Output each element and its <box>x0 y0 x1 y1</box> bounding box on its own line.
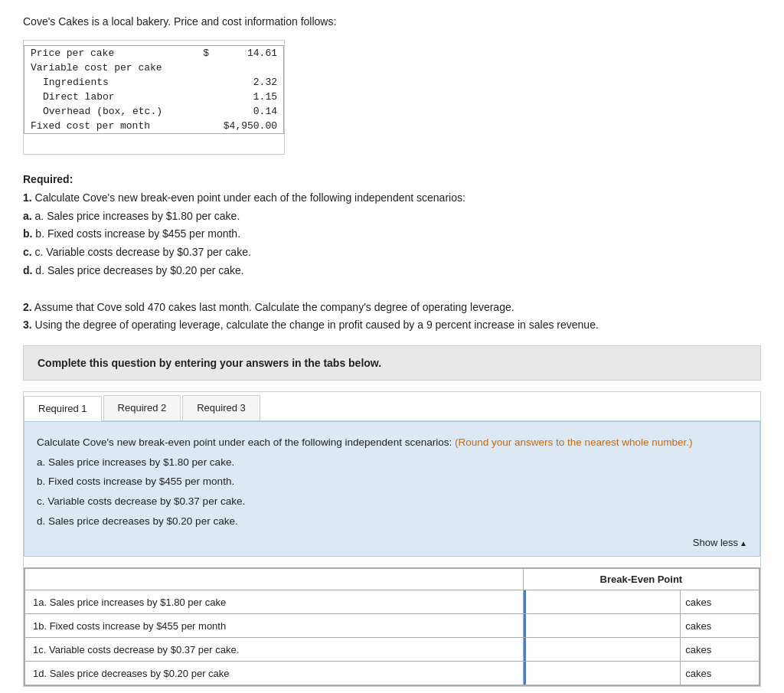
tabs-container: Required 1 Required 2 Required 3 Calcula… <box>23 391 761 687</box>
answer-input-1d[interactable] <box>524 662 681 685</box>
show-less-link[interactable]: Show less▲ <box>693 537 747 548</box>
required-section: Required: 1. Calculate Cove's new break-… <box>23 171 761 335</box>
unit-cell: cakes <box>681 638 760 662</box>
cost-value: 0.14 <box>216 104 284 119</box>
instruction-box: Complete this question by entering your … <box>23 345 761 381</box>
answer-table-wrapper: Break-Even Point 1a. Sales price increas… <box>24 567 760 686</box>
required-label: Required: <box>23 171 761 189</box>
tab-line-d: d. Sales price decreases by $0.20 per ca… <box>37 513 747 530</box>
answer-input-cell <box>523 662 681 685</box>
table-header-row: Break-Even Point <box>25 569 760 590</box>
cost-label: Variable cost per cake <box>24 60 198 75</box>
cost-value <box>216 60 284 75</box>
table-row: Direct labor 1.15 <box>24 90 284 104</box>
header-empty <box>25 569 524 590</box>
show-less[interactable]: Show less▲ <box>37 537 747 548</box>
cost-label: Ingredients <box>24 75 198 90</box>
required-item1: 1. Calculate Cove's new break-even point… <box>23 189 761 208</box>
cost-table-wrapper: Price per cake $ 14.61 Variable cost per… <box>23 40 285 155</box>
tab-required1[interactable]: Required 1 <box>24 396 102 421</box>
tab-required2[interactable]: Required 2 <box>103 395 181 420</box>
table-row: 1b. Fixed costs increase by $455 per mon… <box>25 614 760 638</box>
required-item3: 3. Using the degree of operating leverag… <box>23 316 761 335</box>
answer-input-cell <box>523 614 681 638</box>
required-item1d: d. d. Sales price decreases by $0.20 per… <box>23 262 761 280</box>
tab-line-c: c. Variable costs decrease by $0.37 per … <box>37 493 747 510</box>
answer-input-cell <box>523 590 681 614</box>
required-item1b: b. b. Fixed costs increase by $455 per m… <box>23 225 761 244</box>
unit-cell: cakes <box>681 662 760 685</box>
cost-label: Fixed cost per month <box>24 119 198 134</box>
cost-symbol: $ <box>197 46 215 61</box>
required-item1a: a. a. Sales price increases by $1.80 per… <box>23 208 761 226</box>
row-label: 1a. Sales price increases by $1.80 per c… <box>25 590 524 614</box>
tab-line-b: b. Fixed costs increase by $455 per mont… <box>37 473 747 490</box>
required-item2: 2. Assume that Cove sold 470 cakes last … <box>23 299 761 317</box>
table-row: Price per cake $ 14.61 <box>24 46 284 61</box>
tab-description: Calculate Cove's new break-even point un… <box>37 434 747 451</box>
row-label: 1d. Sales price decreases by $0.20 per c… <box>25 662 524 685</box>
cost-symbol <box>197 75 215 90</box>
answer-table: Break-Even Point 1a. Sales price increas… <box>24 568 760 685</box>
table-row: Ingredients 2.32 <box>24 75 284 90</box>
unit-cell: cakes <box>681 614 760 638</box>
required-item1c: c. c. Variable costs decrease by $0.37 p… <box>23 244 761 262</box>
cost-label: Direct labor <box>24 90 198 104</box>
cost-value: 14.61 <box>216 46 284 61</box>
table-row: Fixed cost per month $4,950.00 <box>24 119 284 134</box>
cost-value: 1.15 <box>216 90 284 104</box>
tab-content: Calculate Cove's new break-even point un… <box>24 421 760 557</box>
answer-input-1a[interactable] <box>524 590 681 613</box>
cost-label: Price per cake <box>24 46 198 61</box>
intro-text: Cove's Cakes is a local bakery. Price an… <box>23 15 761 28</box>
cost-label: Overhead (box, etc.) <box>24 104 198 119</box>
cost-value: 2.32 <box>216 75 284 90</box>
tab-required3[interactable]: Required 3 <box>182 395 260 420</box>
answer-input-1c[interactable] <box>524 638 681 661</box>
row-label: 1b. Fixed costs increase by $455 per mon… <box>25 614 524 638</box>
cost-symbol <box>197 119 215 134</box>
tab-line-a: a. Sales price increases by $1.80 per ca… <box>37 454 747 471</box>
tabs-header: Required 1 Required 2 Required 3 <box>24 392 760 421</box>
cost-symbol <box>197 60 215 75</box>
table-row: 1d. Sales price decreases by $0.20 per c… <box>25 662 760 685</box>
cost-symbol <box>197 90 215 104</box>
cost-symbol <box>197 104 215 119</box>
answer-input-1b[interactable] <box>524 614 681 637</box>
header-break-even: Break-Even Point <box>523 569 759 590</box>
table-row: Variable cost per cake <box>24 60 284 75</box>
cost-value: $4,950.00 <box>216 119 284 134</box>
tab-note: (Round your answers to the nearest whole… <box>455 436 693 448</box>
show-less-arrow-icon: ▲ <box>740 539 747 548</box>
table-row: 1c. Variable costs decrease by $0.37 per… <box>25 638 760 662</box>
cost-table: Price per cake $ 14.61 Variable cost per… <box>24 45 284 134</box>
table-row: 1a. Sales price increases by $1.80 per c… <box>25 590 760 614</box>
answer-input-cell <box>523 638 681 662</box>
unit-cell: cakes <box>681 590 760 614</box>
row-label: 1c. Variable costs decrease by $0.37 per… <box>25 638 524 662</box>
table-row: Overhead (box, etc.) 0.14 <box>24 104 284 119</box>
